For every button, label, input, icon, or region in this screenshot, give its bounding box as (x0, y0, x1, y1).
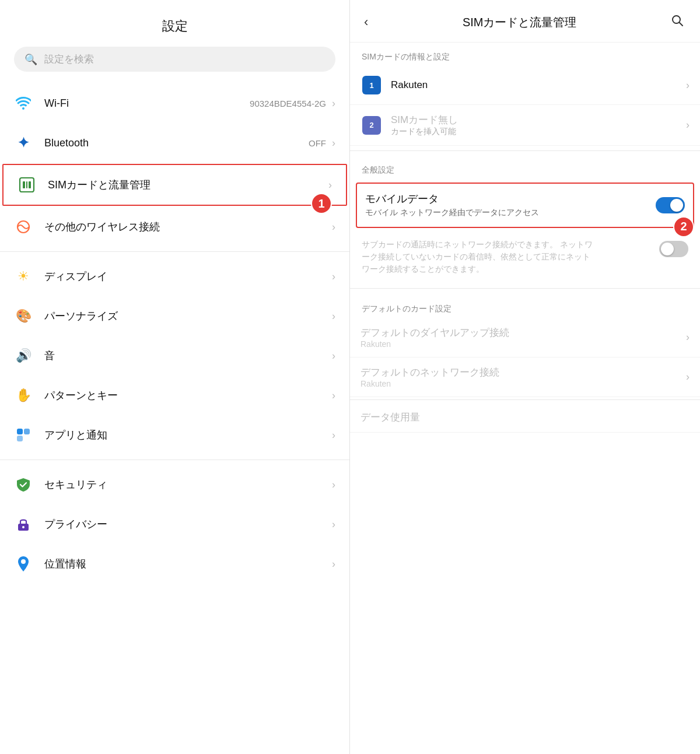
pattern-label: パターンとキー (44, 390, 118, 401)
dialup-chevron: › (686, 331, 690, 343)
wifi-icon (12, 92, 35, 115)
pattern-icon: ✋ (12, 384, 35, 407)
right-search-button[interactable] (666, 12, 688, 33)
bluetooth-label: Bluetooth (44, 137, 89, 149)
dialup-sub: Rakuten (360, 339, 686, 349)
sound-item[interactable]: 🔊 音 › (0, 336, 349, 376)
privacy-item[interactable]: プライバシー › (0, 504, 349, 544)
mobile-data-item[interactable]: モバイルデータ モバイル ネットワーク経由でデータにアクセス (356, 183, 694, 228)
pattern-item[interactable]: ✋ パターンとキー › (0, 376, 349, 415)
mobile-data-label: モバイルデータ (365, 192, 656, 206)
bluetooth-value: OFF (309, 138, 326, 148)
wireless-item[interactable]: その他のワイヤレス接続 › (0, 207, 349, 247)
section3-label: デフォルトのカード設定 (350, 294, 700, 318)
apps-item[interactable]: アプリと通知 › (0, 415, 349, 455)
network-item[interactable]: デフォルトのネットワーク接続 Rakuten › (350, 357, 700, 397)
network-chevron: › (686, 371, 690, 383)
security-label: セキュリティ (44, 479, 107, 490)
right-divider-2 (350, 288, 700, 289)
divider-1 (0, 251, 349, 252)
no-sim-item[interactable]: 2 SIMカード無し カードを挿入可能 › (350, 105, 700, 146)
settings-panel: 設定 🔍 設定を検索 Wi-Fi 90324BDE4554-2G › ✦ Blu… (0, 0, 350, 754)
svg-rect-1 (23, 181, 25, 188)
sound-label: 音 (44, 350, 55, 362)
data-usage-item[interactable]: データ使用量 (350, 402, 700, 433)
svg-line-12 (680, 23, 683, 26)
privacy-label: プライバシー (44, 518, 107, 530)
right-divider-1 (350, 150, 700, 151)
right-divider-3 (350, 399, 700, 400)
apps-label: アプリと通知 (44, 429, 107, 441)
security-item[interactable]: セキュリティ › (0, 465, 349, 504)
sim1-chevron: › (686, 79, 690, 92)
network-label: デフォルトのネットワーク接続 (360, 366, 686, 379)
wifi-chevron: › (332, 97, 335, 110)
sim-label: SIMカードと流量管理 (48, 179, 150, 191)
svg-rect-5 (17, 429, 23, 434)
step1-badge: 1 (311, 193, 332, 214)
data-usage-label: データ使用量 (360, 411, 690, 424)
mobile-data-desc: モバイル ネットワーク経由でデータにアクセス (365, 207, 540, 219)
dialup-label: デフォルトのダイヤルアップ接続 (360, 326, 686, 339)
divider-2 (0, 460, 349, 460)
svg-rect-6 (24, 429, 30, 434)
search-bar[interactable]: 🔍 設定を検索 (14, 47, 335, 72)
bluetooth-chevron: › (332, 137, 335, 149)
sub-network-item: サブカードの通話時にネットワーク接続ができます。 ネットワーク接続していないカー… (350, 232, 700, 282)
wireless-chevron: › (332, 221, 335, 233)
wireless-label: その他のワイヤレス接続 (44, 221, 160, 233)
privacy-icon (12, 513, 35, 536)
svg-rect-3 (29, 181, 31, 188)
wifi-item[interactable]: Wi-Fi 90324BDE4554-2G › (0, 83, 349, 123)
sim1-icon: 1 (360, 74, 383, 96)
sim2-icon: 2 (360, 114, 383, 136)
display-label: ディスプレイ (44, 271, 107, 282)
display-item[interactable]: ☀ ディスプレイ › (0, 257, 349, 296)
location-item[interactable]: 位置情報 › (0, 544, 349, 584)
wireless-icon (12, 215, 35, 239)
back-button[interactable]: ‹ (359, 12, 373, 32)
svg-point-9 (22, 526, 24, 528)
display-icon: ☀ (12, 265, 35, 288)
location-label: 位置情報 (44, 558, 86, 570)
sim2-label: SIMカード無し (391, 113, 686, 127)
svg-rect-7 (17, 436, 23, 441)
mobile-data-toggle[interactable] (656, 197, 685, 213)
bluetooth-icon: ✦ (12, 131, 35, 155)
search-icon: 🔍 (24, 53, 37, 66)
personalize-label: パーソナライズ (44, 310, 118, 322)
dialup-item[interactable]: デフォルトのダイヤルアップ接続 Rakuten › (350, 318, 700, 357)
personalize-icon: 🎨 (12, 304, 35, 328)
sim2-sublabel: カードを挿入可能 (391, 127, 686, 137)
bluetooth-item[interactable]: ✦ Bluetooth OFF › (0, 123, 349, 163)
svg-rect-2 (26, 181, 27, 188)
rakuten-sim-item[interactable]: 1 Rakuten › (350, 66, 700, 105)
settings-title: 設定 (0, 12, 349, 47)
network-sub: Rakuten (360, 379, 686, 388)
step2-badge: 2 (673, 216, 694, 237)
right-title: SIMカードと流量管理 (373, 15, 666, 30)
svg-point-10 (21, 559, 26, 564)
wifi-value: 90324BDE4554-2G (250, 99, 326, 108)
sim2-chevron: › (686, 119, 690, 131)
section2-label: 全般設定 (350, 156, 700, 179)
personalize-item[interactable]: 🎨 パーソナライズ › (0, 296, 349, 336)
wifi-label: Wi-Fi (44, 97, 69, 109)
section1-label: SIMカードの情報と設定 (350, 43, 700, 66)
right-header: ‹ SIMカードと流量管理 (350, 0, 700, 43)
sim-item[interactable]: SIMカードと流量管理 › (2, 164, 347, 206)
sub-network-text: サブカードの通話時にネットワーク接続ができます。 ネットワーク接続していないカー… (362, 239, 595, 275)
sub-network-toggle[interactable] (659, 241, 688, 257)
apps-icon (12, 423, 35, 447)
sim1-label: Rakuten (391, 79, 686, 91)
location-icon (12, 552, 35, 576)
sound-icon: 🔊 (12, 344, 35, 367)
sim-chevron: › (328, 179, 332, 191)
security-icon (12, 473, 35, 496)
sim-detail-panel: ‹ SIMカードと流量管理 SIMカードの情報と設定 1 Rakuten › 2 (350, 0, 700, 754)
search-placeholder: 設定を検索 (44, 52, 94, 66)
sim-icon (15, 173, 38, 197)
